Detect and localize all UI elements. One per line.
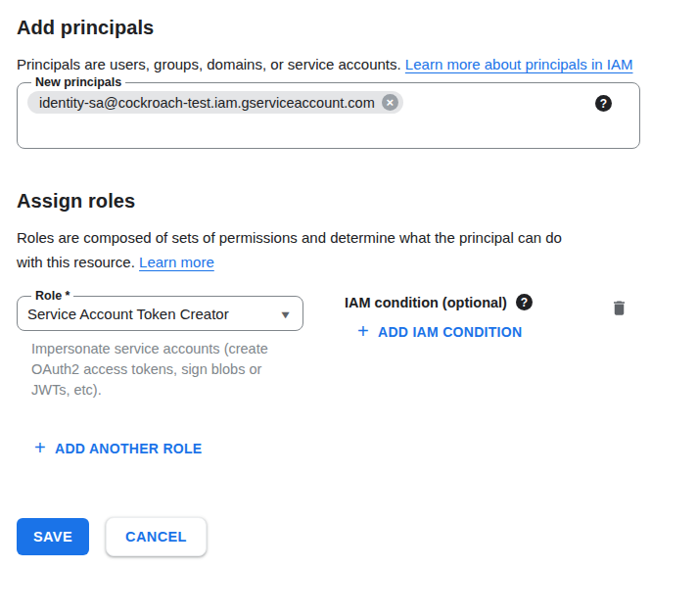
learn-more-principals-link[interactable]: Learn more about principals in IAM [405,56,633,72]
principals-help-icon[interactable]: ? [595,95,612,112]
add-iam-condition-button[interactable]: + ADD IAM CONDITION [357,323,522,341]
delete-role-button[interactable] [606,295,632,321]
add-another-role-label: ADD ANOTHER ROLE [55,441,203,456]
trash-icon [610,306,628,320]
add-another-role-button[interactable]: + ADD ANOTHER ROLE [34,440,203,457]
iam-condition-column: IAM condition (optional) ? + ADD IAM CON… [345,290,533,342]
role-column: Role * Service Account Token Creator ▼ I… [17,290,325,401]
chip-remove-icon[interactable]: × [382,94,398,111]
iam-condition-help-icon[interactable]: ? [516,294,533,310]
new-principals-label: New principals [31,76,125,89]
action-buttons-row: SAVE CANCEL [17,517,681,556]
role-helper-text: Impersonate service accounts (create OAu… [31,339,300,401]
page-title: Add principals [17,16,681,40]
role-selected-value: Service Account Token Creator [27,306,229,322]
new-principals-field[interactable]: New principals identity-sa@cockroach-tes… [17,76,640,149]
iam-condition-label: IAM condition (optional) [345,295,507,310]
iam-condition-label-row: IAM condition (optional) ? [345,294,533,310]
new-principals-field-content: identity-sa@cockroach-test.iam.gservicea… [27,89,629,114]
chevron-down-icon: ▼ [279,308,293,320]
principal-chip[interactable]: identity-sa@cockroach-test.iam.gservicea… [27,91,403,114]
principal-chip-text: identity-sa@cockroach-test.iam.gservicea… [39,95,375,111]
cancel-button[interactable]: CANCEL [106,517,207,556]
add-principals-panel: Add principals Principals are users, gro… [0,0,698,556]
principals-intro-text: Principals are users, groups, domains, o… [17,52,651,76]
plus-icon: + [34,438,46,457]
roles-description-span: Roles are composed of sets of permission… [17,229,562,270]
plus-icon: + [357,321,369,341]
role-select-value-row[interactable]: Service Account Token Creator ▼ [27,303,293,322]
save-button[interactable]: SAVE [17,518,89,555]
add-iam-condition-label: ADD IAM CONDITION [378,324,522,340]
learn-more-roles-link[interactable]: Learn more [139,254,214,270]
principals-intro-span: Principals are users, groups, domains, o… [17,56,401,72]
role-row: Role * Service Account Token Creator ▼ I… [17,290,681,401]
role-label: Role * [31,290,73,303]
assign-roles-title: Assign roles [17,189,681,213]
roles-description-text: Roles are composed of sets of permission… [17,225,582,274]
role-select[interactable]: Role * Service Account Token Creator ▼ [17,290,303,331]
